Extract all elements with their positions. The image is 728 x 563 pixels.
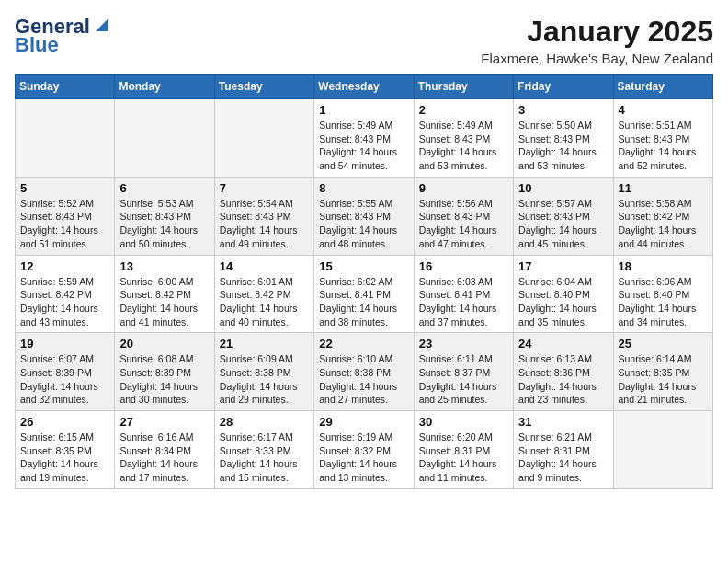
calendar-cell-2-7: 11Sunrise: 5:58 AM Sunset: 8:42 PM Dayli… xyxy=(613,177,712,255)
calendar-cell-3-7: 18Sunrise: 6:06 AM Sunset: 8:40 PM Dayli… xyxy=(613,255,712,333)
day-number: 15 xyxy=(319,259,408,273)
day-info: Sunrise: 5:59 AM Sunset: 8:42 PM Dayligh… xyxy=(20,275,109,329)
calendar-cell-1-2 xyxy=(115,99,214,178)
calendar-table: SundayMondayTuesdayWednesdayThursdayFrid… xyxy=(15,74,713,489)
day-info: Sunrise: 6:07 AM Sunset: 8:39 PM Dayligh… xyxy=(20,352,109,407)
day-info: Sunrise: 5:49 AM Sunset: 8:43 PM Dayligh… xyxy=(419,119,508,173)
day-info: Sunrise: 5:58 AM Sunset: 8:42 PM Dayligh… xyxy=(619,197,708,251)
day-info: Sunrise: 5:55 AM Sunset: 8:43 PM Dayligh… xyxy=(319,197,408,251)
week-row-4: 19Sunrise: 6:07 AM Sunset: 8:39 PM Dayli… xyxy=(16,333,713,411)
weekday-header-tuesday: Tuesday xyxy=(214,75,313,99)
day-number: 21 xyxy=(220,337,309,350)
calendar-cell-1-3 xyxy=(214,99,313,178)
calendar-cell-5-5: 30Sunrise: 6:20 AM Sunset: 8:31 PM Dayli… xyxy=(414,411,513,489)
day-number: 7 xyxy=(220,181,309,195)
day-number: 24 xyxy=(518,337,608,350)
day-number: 4 xyxy=(619,103,708,117)
calendar-cell-2-1: 5Sunrise: 5:52 AM Sunset: 8:43 PM Daylig… xyxy=(16,177,115,255)
location: Flaxmere, Hawke's Bay, New Zealand xyxy=(481,51,713,66)
day-number: 3 xyxy=(518,103,608,117)
calendar-cell-2-2: 6Sunrise: 5:53 AM Sunset: 8:43 PM Daylig… xyxy=(115,177,214,255)
week-row-5: 26Sunrise: 6:15 AM Sunset: 8:35 PM Dayli… xyxy=(16,411,713,489)
title-block: January 2025 Flaxmere, Hawke's Bay, New … xyxy=(481,15,713,66)
day-info: Sunrise: 6:13 AM Sunset: 8:36 PM Dayligh… xyxy=(518,352,608,407)
day-info: Sunrise: 5:57 AM Sunset: 8:43 PM Dayligh… xyxy=(518,197,608,251)
day-number: 13 xyxy=(119,259,209,273)
day-info: Sunrise: 5:49 AM Sunset: 8:43 PM Dayligh… xyxy=(319,119,408,173)
day-number: 23 xyxy=(419,337,508,350)
logo-blue: Blue xyxy=(15,33,59,57)
calendar-cell-5-4: 29Sunrise: 6:19 AM Sunset: 8:32 PM Dayli… xyxy=(314,411,414,489)
day-number: 20 xyxy=(119,337,209,350)
day-number: 31 xyxy=(518,415,608,429)
day-info: Sunrise: 6:17 AM Sunset: 8:33 PM Dayligh… xyxy=(220,431,309,485)
calendar-cell-3-6: 17Sunrise: 6:04 AM Sunset: 8:40 PM Dayli… xyxy=(514,255,613,333)
calendar-cell-4-4: 22Sunrise: 6:10 AM Sunset: 8:38 PM Dayli… xyxy=(314,333,414,411)
calendar-cell-2-6: 10Sunrise: 5:57 AM Sunset: 8:43 PM Dayli… xyxy=(514,177,613,255)
weekday-header-wednesday: Wednesday xyxy=(314,75,414,99)
calendar-cell-5-2: 27Sunrise: 6:16 AM Sunset: 8:34 PM Dayli… xyxy=(115,411,214,489)
day-number: 5 xyxy=(20,181,109,195)
day-number: 17 xyxy=(518,259,608,273)
svg-marker-0 xyxy=(96,18,108,31)
day-number: 26 xyxy=(20,415,109,429)
day-info: Sunrise: 6:01 AM Sunset: 8:42 PM Dayligh… xyxy=(220,275,309,329)
calendar-cell-5-7 xyxy=(613,411,712,489)
day-number: 27 xyxy=(119,415,209,429)
day-number: 8 xyxy=(319,181,408,195)
month-title: January 2025 xyxy=(481,15,713,49)
day-info: Sunrise: 6:02 AM Sunset: 8:41 PM Dayligh… xyxy=(319,275,408,329)
weekday-header-saturday: Saturday xyxy=(613,75,712,99)
week-row-2: 5Sunrise: 5:52 AM Sunset: 8:43 PM Daylig… xyxy=(16,177,713,255)
calendar-cell-5-6: 31Sunrise: 6:21 AM Sunset: 8:31 PM Dayli… xyxy=(514,411,613,489)
day-info: Sunrise: 6:20 AM Sunset: 8:31 PM Dayligh… xyxy=(419,431,508,485)
day-number: 22 xyxy=(319,337,408,350)
week-row-3: 12Sunrise: 5:59 AM Sunset: 8:42 PM Dayli… xyxy=(16,255,713,333)
calendar-cell-1-7: 4Sunrise: 5:51 AM Sunset: 8:43 PM Daylig… xyxy=(613,99,712,178)
calendar-cell-5-3: 28Sunrise: 6:17 AM Sunset: 8:33 PM Dayli… xyxy=(214,411,313,489)
weekday-header-thursday: Thursday xyxy=(414,75,513,99)
calendar-cell-4-2: 20Sunrise: 6:08 AM Sunset: 8:39 PM Dayli… xyxy=(115,333,214,411)
weekday-header-monday: Monday xyxy=(115,75,214,99)
day-number: 9 xyxy=(419,181,508,195)
day-number: 1 xyxy=(319,103,408,117)
calendar-cell-3-4: 15Sunrise: 6:02 AM Sunset: 8:41 PM Dayli… xyxy=(314,255,414,333)
day-info: Sunrise: 5:53 AM Sunset: 8:43 PM Dayligh… xyxy=(119,197,209,251)
day-number: 25 xyxy=(619,337,708,350)
calendar-cell-4-7: 25Sunrise: 6:14 AM Sunset: 8:35 PM Dayli… xyxy=(613,333,712,411)
day-number: 14 xyxy=(220,259,309,273)
day-info: Sunrise: 6:04 AM Sunset: 8:40 PM Dayligh… xyxy=(518,275,608,329)
day-info: Sunrise: 6:08 AM Sunset: 8:39 PM Dayligh… xyxy=(119,352,209,407)
day-number: 29 xyxy=(319,415,408,429)
calendar-cell-3-3: 14Sunrise: 6:01 AM Sunset: 8:42 PM Dayli… xyxy=(214,255,313,333)
day-info: Sunrise: 6:14 AM Sunset: 8:35 PM Dayligh… xyxy=(619,352,708,407)
calendar-cell-2-3: 7Sunrise: 5:54 AM Sunset: 8:43 PM Daylig… xyxy=(214,177,313,255)
day-info: Sunrise: 6:16 AM Sunset: 8:34 PM Dayligh… xyxy=(119,431,209,485)
day-info: Sunrise: 5:51 AM Sunset: 8:43 PM Dayligh… xyxy=(619,119,708,173)
day-info: Sunrise: 6:06 AM Sunset: 8:40 PM Dayligh… xyxy=(619,275,708,329)
day-number: 16 xyxy=(419,259,508,273)
day-number: 10 xyxy=(518,181,608,195)
calendar-cell-4-5: 23Sunrise: 6:11 AM Sunset: 8:37 PM Dayli… xyxy=(414,333,513,411)
calendar-cell-1-1 xyxy=(16,99,115,178)
calendar-cell-4-6: 24Sunrise: 6:13 AM Sunset: 8:36 PM Dayli… xyxy=(514,333,613,411)
calendar-cell-5-1: 26Sunrise: 6:15 AM Sunset: 8:35 PM Dayli… xyxy=(16,411,115,489)
day-info: Sunrise: 6:11 AM Sunset: 8:37 PM Dayligh… xyxy=(419,352,508,407)
day-number: 6 xyxy=(119,181,209,195)
calendar-cell-2-4: 8Sunrise: 5:55 AM Sunset: 8:43 PM Daylig… xyxy=(314,177,414,255)
day-info: Sunrise: 6:15 AM Sunset: 8:35 PM Dayligh… xyxy=(20,431,109,485)
day-info: Sunrise: 6:19 AM Sunset: 8:32 PM Dayligh… xyxy=(319,431,408,485)
week-row-1: 1Sunrise: 5:49 AM Sunset: 8:43 PM Daylig… xyxy=(16,99,713,178)
day-info: Sunrise: 6:03 AM Sunset: 8:41 PM Dayligh… xyxy=(419,275,508,329)
calendar-cell-4-3: 21Sunrise: 6:09 AM Sunset: 8:38 PM Dayli… xyxy=(214,333,313,411)
day-number: 30 xyxy=(419,415,508,429)
day-number: 2 xyxy=(419,103,508,117)
calendar-cell-4-1: 19Sunrise: 6:07 AM Sunset: 8:39 PM Dayli… xyxy=(16,333,115,411)
calendar-cell-3-2: 13Sunrise: 6:00 AM Sunset: 8:42 PM Dayli… xyxy=(115,255,214,333)
page-header: General Blue January 2025 Flaxmere, Hawk… xyxy=(15,15,713,66)
calendar-cell-3-5: 16Sunrise: 6:03 AM Sunset: 8:41 PM Dayli… xyxy=(414,255,513,333)
day-info: Sunrise: 5:54 AM Sunset: 8:43 PM Dayligh… xyxy=(220,197,309,251)
calendar-cell-1-4: 1Sunrise: 5:49 AM Sunset: 8:43 PM Daylig… xyxy=(314,99,414,178)
weekday-header-row: SundayMondayTuesdayWednesdayThursdayFrid… xyxy=(16,75,713,99)
weekday-header-sunday: Sunday xyxy=(16,75,115,99)
